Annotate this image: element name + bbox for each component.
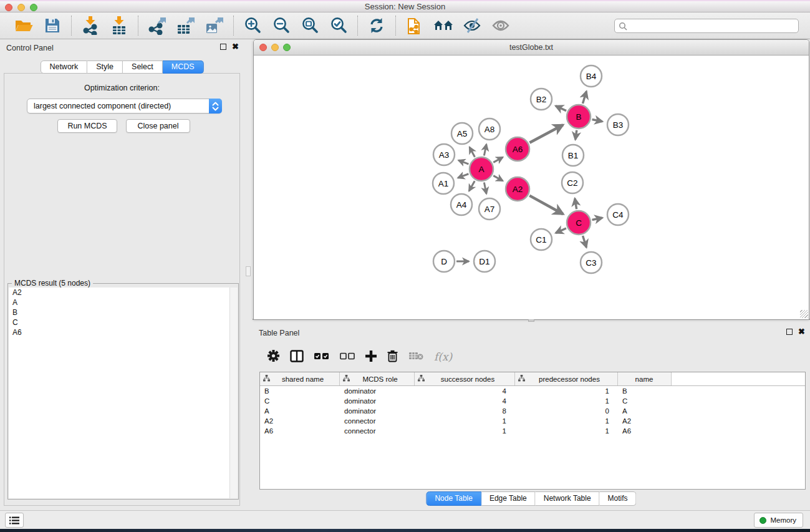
close-panel-icon[interactable]: ✖ [232,44,239,50]
graph-node-a[interactable]: A [470,157,493,181]
criterion-dropdown[interactable]: largest connected component (directed) [27,99,222,114]
graph-edge-a-a4[interactable] [469,181,475,191]
deselect-all-columns-icon[interactable] [340,352,355,362]
network-minimize-button[interactable] [271,44,279,51]
graph-edge-a-a5[interactable] [470,147,475,157]
vertical-splitter-grip[interactable] [246,266,251,276]
open-session-icon[interactable] [12,15,35,36]
graph-edge-a-a8[interactable] [484,144,486,155]
zoom-out-icon[interactable] [270,15,292,36]
column-selector-icon[interactable] [290,350,304,364]
result-item-a[interactable]: A [9,297,229,307]
graph-node-a4[interactable]: A4 [451,194,472,215]
network-canvas[interactable]: B4B2BB3B1A5A8A6A3AA1A2C2A4A7C4CC1C3DD1 [254,56,809,319]
add-column-icon[interactable] [365,351,377,364]
refresh-icon[interactable] [365,15,388,36]
graph-edge-c-c4[interactable] [592,218,602,220]
export-image-icon[interactable] [203,15,226,36]
tab-style[interactable]: Style [87,60,123,74]
graph-node-b[interactable]: B [567,105,591,128]
close-window-button[interactable] [5,4,12,11]
graph-edge-a2-c[interactable] [529,196,563,215]
graph-node-a8[interactable]: A8 [479,118,500,140]
save-session-icon[interactable] [41,15,64,36]
graph-node-a1[interactable]: A1 [433,173,454,194]
column-header-successor-nodes[interactable]: successor nodes [415,372,515,385]
tab-network-table[interactable]: Network Table [536,491,600,506]
graph-node-b3[interactable]: B3 [607,114,629,135]
window-resize-grip[interactable] [800,310,808,318]
column-header-name[interactable]: name [618,372,672,385]
network-from-file-icon[interactable] [403,15,426,36]
close-table-panel-icon[interactable]: ✖ [798,329,805,335]
graph-edge-b-b2[interactable] [556,106,566,111]
graph-node-a6[interactable]: A6 [506,137,529,161]
tab-mcds[interactable]: MCDS [163,60,204,74]
tab-motifs[interactable]: Motifs [600,491,637,506]
graph-edge-c-c3[interactable] [583,236,587,248]
task-history-button[interactable] [5,513,24,528]
settings-gear-icon[interactable] [268,350,279,364]
graph-edge-a-a6[interactable] [493,157,503,162]
graph-node-a7[interactable]: A7 [479,198,500,220]
graph-edge-a-a2[interactable] [493,176,503,181]
tab-node-table[interactable]: Node Table [426,491,481,506]
graph-node-d[interactable]: D [433,251,455,272]
zoom-selected-icon[interactable] [327,15,350,36]
graph-edge-a6-b[interactable] [529,125,562,142]
graph-node-b4[interactable]: B4 [581,65,602,87]
column-header-predecessor-nodes[interactable]: predecessor nodes [515,372,618,385]
tab-select[interactable]: Select [123,60,163,74]
graph-edge-a-a3[interactable] [458,160,468,164]
result-item-a6[interactable]: A6 [9,327,229,337]
network-graph[interactable]: B4B2BB3B1A5A8A6A3AA1A2C2A4A7C4CC1C3DD1 [254,56,809,319]
graph-node-c1[interactable]: C1 [531,229,552,250]
float-table-panel-icon[interactable] [786,329,793,335]
delete-column-icon[interactable] [387,350,398,364]
graph-node-c[interactable]: C [567,211,591,235]
run-mcds-button[interactable]: Run MCDS [57,119,117,133]
select-all-columns-icon[interactable] [314,352,329,362]
import-network-icon[interactable] [79,15,102,36]
graph-node-c3[interactable]: C3 [581,252,602,273]
zoom-in-icon[interactable] [241,15,264,36]
graph-node-a3[interactable]: A3 [433,144,455,165]
table-row-a6[interactable]: A6connector11A6 [260,426,805,436]
minimize-window-button[interactable] [17,4,25,11]
graph-node-b1[interactable]: B1 [562,145,584,166]
column-header-mcds-role[interactable]: MCDS role [340,372,415,385]
graph-node-c4[interactable]: C4 [607,204,629,225]
search-input[interactable] [614,19,799,33]
graph-edge-b-b3[interactable] [592,119,602,121]
graph-edge-c-c1[interactable] [556,228,566,233]
float-panel-icon[interactable] [220,44,226,50]
graph-edge-a-a7[interactable] [484,183,486,194]
graph-node-b2[interactable]: B2 [531,89,552,110]
tab-edge-table[interactable]: Edge Table [481,491,536,506]
memory-button[interactable]: Memory [754,513,803,528]
import-table-icon[interactable] [108,15,130,36]
network-maximize-button[interactable] [283,44,291,51]
result-item-c[interactable]: C [9,317,229,327]
table-row-c[interactable]: Cdominator41C [260,396,805,406]
table-row-a2[interactable]: A2connector11A2 [260,416,805,426]
table-row-a[interactable]: Adominator80A [260,406,805,416]
column-header-shared-name[interactable]: shared name [260,372,340,385]
network-close-button[interactable] [259,44,267,51]
result-item-b[interactable]: B [9,307,229,317]
zoom-fit-icon[interactable] [299,15,321,36]
graph-edge-c-c2[interactable] [575,198,577,209]
table-row-b[interactable]: Bdominator41B [260,386,805,396]
graph-edge-b-b1[interactable] [576,130,577,140]
graph-edge-a-a1[interactable] [458,174,468,178]
export-network-icon[interactable] [146,15,168,36]
node-table[interactable]: shared nameMCDS rolesuccessor nodesprede… [259,372,806,490]
graph-node-d1[interactable]: D1 [474,251,495,272]
home-neighbors-icon[interactable] [432,15,455,36]
hide-details-icon[interactable] [461,15,483,36]
result-item-a2[interactable]: A2 [9,288,229,297]
close-panel-button[interactable]: Close panel [126,119,190,133]
result-list-scrollbar[interactable] [229,288,238,498]
maximize-window-button[interactable] [30,4,37,11]
network-window-titlebar[interactable]: testGlobe.txt [254,40,809,56]
